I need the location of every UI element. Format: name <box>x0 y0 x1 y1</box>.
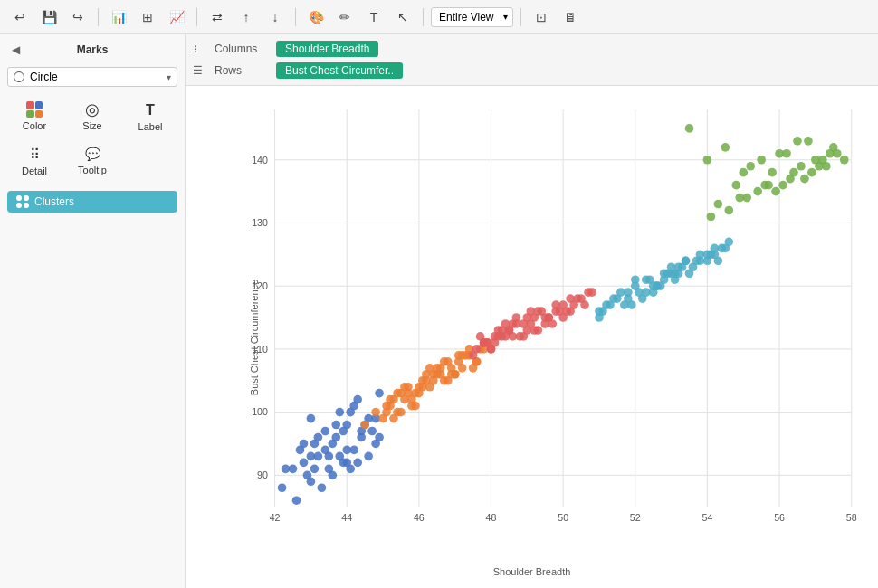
svg-point-240 <box>757 156 766 165</box>
view-select[interactable]: Entire View <box>431 7 513 27</box>
sep3 <box>295 8 296 26</box>
table-icon[interactable]: ⊞ <box>135 5 160 30</box>
select-icon[interactable]: ↖ <box>390 5 415 30</box>
label-mark-item[interactable]: T Label <box>123 96 177 138</box>
content-area: ⫶ Columns Shoulder Breadth ☰ Rows Bust C… <box>186 34 878 588</box>
columns-icon: ⫶ <box>193 43 207 55</box>
clusters-button[interactable]: Clusters <box>7 191 177 213</box>
svg-point-239 <box>739 168 748 177</box>
svg-point-231 <box>696 256 705 265</box>
svg-point-37 <box>328 470 337 479</box>
dropdown-arrow-icon: ▾ <box>167 72 171 82</box>
svg-point-172 <box>520 319 529 328</box>
svg-point-182 <box>540 319 549 328</box>
svg-point-171 <box>584 288 593 297</box>
sep4 <box>423 8 424 26</box>
svg-point-70 <box>353 395 362 404</box>
color-label: Color <box>23 120 46 131</box>
svg-point-269 <box>797 162 806 171</box>
marks-title: Marks <box>77 43 109 56</box>
svg-point-210 <box>685 269 694 278</box>
save-icon[interactable]: 💾 <box>36 5 62 30</box>
sort-asc-icon[interactable]: ↑ <box>234 5 259 30</box>
svg-point-265 <box>786 175 795 184</box>
svg-point-160 <box>472 345 482 354</box>
svg-point-262 <box>840 156 849 165</box>
color-picker-icon[interactable]: 🎨 <box>303 5 329 30</box>
size-icon: ◎ <box>85 101 100 118</box>
sidebar-collapse-button[interactable]: ◀ <box>7 42 24 58</box>
device-icon[interactable]: 🖥 <box>558 5 583 30</box>
svg-point-246 <box>746 162 755 171</box>
annotation-icon[interactable]: T <box>361 5 387 30</box>
svg-point-255 <box>707 213 716 222</box>
analytics-icon[interactable]: 📈 <box>164 5 189 30</box>
svg-point-55 <box>335 408 344 417</box>
svg-point-185 <box>498 332 507 341</box>
clusters-icon <box>16 195 29 208</box>
bar-chart-icon[interactable]: 📊 <box>106 5 131 30</box>
svg-point-214 <box>616 288 625 297</box>
svg-point-227 <box>724 238 733 247</box>
svg-point-52 <box>318 483 327 492</box>
swap-icon[interactable]: ⇄ <box>205 5 230 30</box>
tooltip-mark-item[interactable]: 💬 Tooltip <box>65 141 119 182</box>
svg-point-71 <box>331 421 340 430</box>
size-mark-item[interactable]: ◎ Size <box>65 96 119 138</box>
svg-point-54 <box>307 414 316 423</box>
svg-text:58: 58 <box>846 512 857 523</box>
main-area: ◀ Marks Circle ▾ Color ◎ Size <box>0 34 878 588</box>
svg-point-263 <box>724 206 733 215</box>
svg-point-266 <box>815 162 824 171</box>
svg-point-233 <box>711 244 720 253</box>
shelf-area: ⫶ Columns Shoulder Breadth ☰ Rows Bust C… <box>186 34 878 86</box>
format-icon[interactable]: ✏ <box>332 5 358 30</box>
svg-point-74 <box>300 440 309 449</box>
svg-point-131 <box>436 370 445 379</box>
svg-point-180 <box>566 294 575 303</box>
svg-point-50 <box>367 427 377 436</box>
undo-icon[interactable]: ↩ <box>7 5 33 30</box>
fit-icon[interactable]: ⊡ <box>529 5 554 30</box>
tooltip-label: Tooltip <box>78 165 107 175</box>
svg-text:100: 100 <box>252 406 268 417</box>
svg-point-51 <box>303 470 312 479</box>
marks-grid: Color ◎ Size T Label ⠿ Detail 💬 Tooltip <box>7 96 177 182</box>
svg-text:44: 44 <box>341 512 352 523</box>
svg-point-62 <box>282 465 291 474</box>
sep2 <box>196 8 197 26</box>
detail-mark-item[interactable]: ⠿ Detail <box>7 141 62 182</box>
svg-point-234 <box>667 269 676 278</box>
sort-desc-icon[interactable]: ↓ <box>262 5 288 30</box>
svg-point-224 <box>606 300 615 309</box>
svg-point-222 <box>642 288 651 297</box>
viz-area: Bust Chest Circumference Shoulder Breadt… <box>186 86 878 588</box>
svg-point-175 <box>530 326 539 335</box>
view-select-wrap[interactable]: Entire View <box>431 7 513 27</box>
redo-icon[interactable]: ↪ <box>65 5 91 30</box>
color-mark-item[interactable]: Color <box>7 96 62 138</box>
color-grid-icon <box>26 101 43 118</box>
svg-point-236 <box>685 124 694 133</box>
svg-point-46 <box>353 459 362 468</box>
svg-point-130 <box>393 408 402 417</box>
columns-pill[interactable]: Shoulder Breadth <box>276 41 378 57</box>
sidebar: ◀ Marks Circle ▾ Color ◎ Size <box>0 34 186 588</box>
svg-text:46: 46 <box>414 512 425 523</box>
rows-label: Rows <box>215 64 269 77</box>
mark-type-dropdown[interactable]: Circle ▾ <box>7 67 177 87</box>
rows-pill[interactable]: Bust Chest Circumfer.. <box>276 62 403 79</box>
svg-point-229 <box>703 250 712 259</box>
svg-point-179 <box>505 326 514 335</box>
sep1 <box>98 8 99 26</box>
svg-point-249 <box>804 137 813 146</box>
svg-point-184 <box>526 307 535 316</box>
label-icon: T <box>146 101 155 119</box>
svg-text:50: 50 <box>558 512 568 523</box>
svg-point-42 <box>346 465 355 474</box>
svg-point-58 <box>325 452 334 461</box>
svg-point-228 <box>674 262 683 271</box>
rows-shelf-row: ☰ Rows Bust Chest Circumfer.. <box>193 60 871 81</box>
svg-point-77 <box>360 421 369 430</box>
svg-text:54: 54 <box>702 512 713 523</box>
